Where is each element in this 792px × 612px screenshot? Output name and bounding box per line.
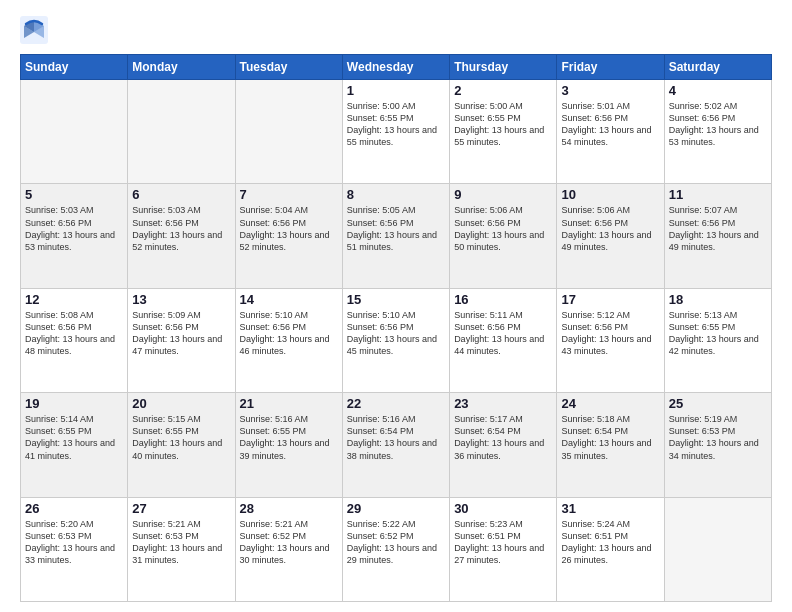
day-info: Sunrise: 5:21 AM Sunset: 6:53 PM Dayligh… — [132, 518, 230, 567]
day-info: Sunrise: 5:01 AM Sunset: 6:56 PM Dayligh… — [561, 100, 659, 149]
weekday-header-monday: Monday — [128, 55, 235, 80]
day-info: Sunrise: 5:24 AM Sunset: 6:51 PM Dayligh… — [561, 518, 659, 567]
weekday-header-sunday: Sunday — [21, 55, 128, 80]
day-number: 2 — [454, 83, 552, 98]
weekday-header-thursday: Thursday — [450, 55, 557, 80]
day-number: 6 — [132, 187, 230, 202]
day-number: 10 — [561, 187, 659, 202]
logo-icon — [20, 16, 48, 44]
day-number: 15 — [347, 292, 445, 307]
day-info: Sunrise: 5:00 AM Sunset: 6:55 PM Dayligh… — [347, 100, 445, 149]
day-info: Sunrise: 5:05 AM Sunset: 6:56 PM Dayligh… — [347, 204, 445, 253]
calendar-cell: 20Sunrise: 5:15 AM Sunset: 6:55 PM Dayli… — [128, 393, 235, 497]
day-info: Sunrise: 5:21 AM Sunset: 6:52 PM Dayligh… — [240, 518, 338, 567]
calendar-cell: 30Sunrise: 5:23 AM Sunset: 6:51 PM Dayli… — [450, 497, 557, 601]
day-info: Sunrise: 5:14 AM Sunset: 6:55 PM Dayligh… — [25, 413, 123, 462]
calendar-cell — [21, 80, 128, 184]
calendar-cell: 28Sunrise: 5:21 AM Sunset: 6:52 PM Dayli… — [235, 497, 342, 601]
day-info: Sunrise: 5:19 AM Sunset: 6:53 PM Dayligh… — [669, 413, 767, 462]
day-info: Sunrise: 5:15 AM Sunset: 6:55 PM Dayligh… — [132, 413, 230, 462]
calendar-cell: 26Sunrise: 5:20 AM Sunset: 6:53 PM Dayli… — [21, 497, 128, 601]
day-info: Sunrise: 5:06 AM Sunset: 6:56 PM Dayligh… — [454, 204, 552, 253]
header — [20, 16, 772, 44]
calendar-cell: 31Sunrise: 5:24 AM Sunset: 6:51 PM Dayli… — [557, 497, 664, 601]
weekday-header-friday: Friday — [557, 55, 664, 80]
day-number: 8 — [347, 187, 445, 202]
calendar-cell: 5Sunrise: 5:03 AM Sunset: 6:56 PM Daylig… — [21, 184, 128, 288]
calendar-cell: 29Sunrise: 5:22 AM Sunset: 6:52 PM Dayli… — [342, 497, 449, 601]
calendar-cell: 8Sunrise: 5:05 AM Sunset: 6:56 PM Daylig… — [342, 184, 449, 288]
calendar-week-1: 1Sunrise: 5:00 AM Sunset: 6:55 PM Daylig… — [21, 80, 772, 184]
day-number: 4 — [669, 83, 767, 98]
day-info: Sunrise: 5:11 AM Sunset: 6:56 PM Dayligh… — [454, 309, 552, 358]
calendar-cell — [664, 497, 771, 601]
day-number: 22 — [347, 396, 445, 411]
day-number: 21 — [240, 396, 338, 411]
day-info: Sunrise: 5:23 AM Sunset: 6:51 PM Dayligh… — [454, 518, 552, 567]
day-number: 11 — [669, 187, 767, 202]
day-number: 18 — [669, 292, 767, 307]
day-info: Sunrise: 5:16 AM Sunset: 6:54 PM Dayligh… — [347, 413, 445, 462]
day-info: Sunrise: 5:18 AM Sunset: 6:54 PM Dayligh… — [561, 413, 659, 462]
calendar-cell: 1Sunrise: 5:00 AM Sunset: 6:55 PM Daylig… — [342, 80, 449, 184]
calendar-cell: 23Sunrise: 5:17 AM Sunset: 6:54 PM Dayli… — [450, 393, 557, 497]
day-number: 31 — [561, 501, 659, 516]
calendar-cell: 4Sunrise: 5:02 AM Sunset: 6:56 PM Daylig… — [664, 80, 771, 184]
calendar-cell: 19Sunrise: 5:14 AM Sunset: 6:55 PM Dayli… — [21, 393, 128, 497]
day-number: 16 — [454, 292, 552, 307]
calendar-cell: 13Sunrise: 5:09 AM Sunset: 6:56 PM Dayli… — [128, 288, 235, 392]
calendar-week-3: 12Sunrise: 5:08 AM Sunset: 6:56 PM Dayli… — [21, 288, 772, 392]
day-info: Sunrise: 5:03 AM Sunset: 6:56 PM Dayligh… — [132, 204, 230, 253]
day-number: 12 — [25, 292, 123, 307]
day-info: Sunrise: 5:04 AM Sunset: 6:56 PM Dayligh… — [240, 204, 338, 253]
day-number: 1 — [347, 83, 445, 98]
day-number: 3 — [561, 83, 659, 98]
day-info: Sunrise: 5:00 AM Sunset: 6:55 PM Dayligh… — [454, 100, 552, 149]
day-number: 29 — [347, 501, 445, 516]
calendar-cell: 25Sunrise: 5:19 AM Sunset: 6:53 PM Dayli… — [664, 393, 771, 497]
day-number: 5 — [25, 187, 123, 202]
day-info: Sunrise: 5:08 AM Sunset: 6:56 PM Dayligh… — [25, 309, 123, 358]
day-info: Sunrise: 5:10 AM Sunset: 6:56 PM Dayligh… — [347, 309, 445, 358]
day-number: 13 — [132, 292, 230, 307]
weekday-header-saturday: Saturday — [664, 55, 771, 80]
day-info: Sunrise: 5:22 AM Sunset: 6:52 PM Dayligh… — [347, 518, 445, 567]
day-number: 24 — [561, 396, 659, 411]
day-info: Sunrise: 5:09 AM Sunset: 6:56 PM Dayligh… — [132, 309, 230, 358]
day-info: Sunrise: 5:10 AM Sunset: 6:56 PM Dayligh… — [240, 309, 338, 358]
day-info: Sunrise: 5:17 AM Sunset: 6:54 PM Dayligh… — [454, 413, 552, 462]
day-number: 26 — [25, 501, 123, 516]
calendar-cell: 15Sunrise: 5:10 AM Sunset: 6:56 PM Dayli… — [342, 288, 449, 392]
calendar-week-4: 19Sunrise: 5:14 AM Sunset: 6:55 PM Dayli… — [21, 393, 772, 497]
day-number: 30 — [454, 501, 552, 516]
day-number: 27 — [132, 501, 230, 516]
day-number: 23 — [454, 396, 552, 411]
day-info: Sunrise: 5:06 AM Sunset: 6:56 PM Dayligh… — [561, 204, 659, 253]
day-info: Sunrise: 5:03 AM Sunset: 6:56 PM Dayligh… — [25, 204, 123, 253]
calendar-cell: 24Sunrise: 5:18 AM Sunset: 6:54 PM Dayli… — [557, 393, 664, 497]
calendar-cell: 9Sunrise: 5:06 AM Sunset: 6:56 PM Daylig… — [450, 184, 557, 288]
calendar-cell: 11Sunrise: 5:07 AM Sunset: 6:56 PM Dayli… — [664, 184, 771, 288]
calendar-cell: 18Sunrise: 5:13 AM Sunset: 6:55 PM Dayli… — [664, 288, 771, 392]
day-info: Sunrise: 5:13 AM Sunset: 6:55 PM Dayligh… — [669, 309, 767, 358]
day-number: 28 — [240, 501, 338, 516]
calendar-cell: 12Sunrise: 5:08 AM Sunset: 6:56 PM Dayli… — [21, 288, 128, 392]
logo — [20, 16, 52, 44]
day-number: 9 — [454, 187, 552, 202]
calendar-cell: 10Sunrise: 5:06 AM Sunset: 6:56 PM Dayli… — [557, 184, 664, 288]
calendar: SundayMondayTuesdayWednesdayThursdayFrid… — [20, 54, 772, 602]
day-number: 19 — [25, 396, 123, 411]
calendar-cell: 21Sunrise: 5:16 AM Sunset: 6:55 PM Dayli… — [235, 393, 342, 497]
page: SundayMondayTuesdayWednesdayThursdayFrid… — [0, 0, 792, 612]
calendar-cell: 3Sunrise: 5:01 AM Sunset: 6:56 PM Daylig… — [557, 80, 664, 184]
calendar-cell: 14Sunrise: 5:10 AM Sunset: 6:56 PM Dayli… — [235, 288, 342, 392]
calendar-cell: 27Sunrise: 5:21 AM Sunset: 6:53 PM Dayli… — [128, 497, 235, 601]
day-number: 20 — [132, 396, 230, 411]
day-info: Sunrise: 5:16 AM Sunset: 6:55 PM Dayligh… — [240, 413, 338, 462]
calendar-cell — [235, 80, 342, 184]
day-number: 7 — [240, 187, 338, 202]
calendar-cell: 17Sunrise: 5:12 AM Sunset: 6:56 PM Dayli… — [557, 288, 664, 392]
calendar-cell — [128, 80, 235, 184]
calendar-cell: 6Sunrise: 5:03 AM Sunset: 6:56 PM Daylig… — [128, 184, 235, 288]
weekday-header-row: SundayMondayTuesdayWednesdayThursdayFrid… — [21, 55, 772, 80]
